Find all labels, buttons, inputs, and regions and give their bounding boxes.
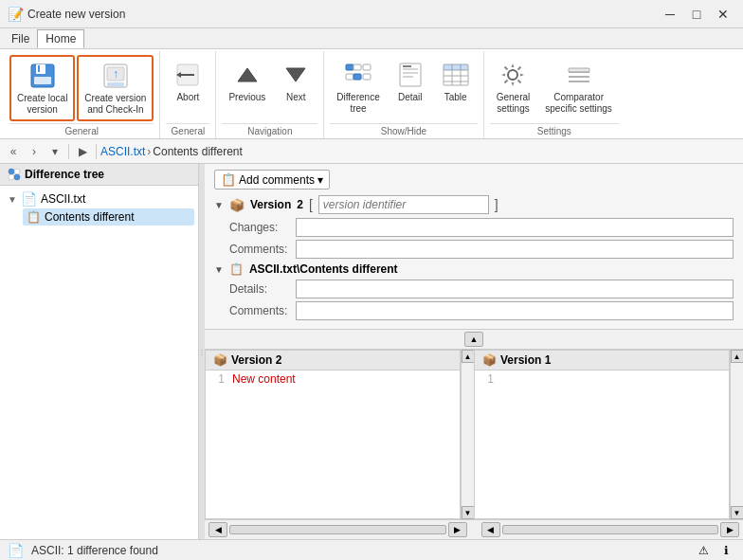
svg-point-36 <box>9 169 14 174</box>
changes-label: Changes: <box>229 221 296 234</box>
v2-hscroll-bar[interactable] <box>229 525 446 534</box>
window-title: Create new version <box>27 8 658 21</box>
version-icon: 📦 <box>229 198 245 212</box>
comparator-settings-button[interactable]: Comparatorspecific settings <box>538 55 619 119</box>
v2-linecontent-1: New content <box>232 372 456 388</box>
wrench-icon <box>564 60 594 90</box>
table-icon <box>441 60 471 90</box>
create-version-checkin-button[interactable]: ↑ Create versionand Check-In <box>77 55 154 121</box>
details-label: Details: <box>229 282 296 296</box>
v2-hscroll-right[interactable]: ▶ <box>448 522 467 537</box>
v1-content[interactable]: 1 <box>475 370 729 518</box>
nav-back-back-button[interactable]: « <box>4 142 23 161</box>
tree-item-root-label: ASCII.txt <box>41 192 85 206</box>
version-form: 📋 Add comments ▾ ▼ 📦 Version 2 [ ] Chang… <box>205 164 743 330</box>
close-button[interactable]: ✕ <box>711 5 735 24</box>
warning-button[interactable]: ⚠ <box>694 541 713 560</box>
nav-dropdown-button[interactable]: ▾ <box>45 142 64 161</box>
panel-header: Difference tree <box>0 164 198 186</box>
nav-up-button[interactable]: ▶ <box>73 142 92 161</box>
version-id-input[interactable] <box>318 195 489 214</box>
create-local-version-button[interactable]: Create localversion <box>9 55 75 121</box>
status-text: ASCII: 1 difference found <box>31 544 686 557</box>
v1-icon: 📦 <box>482 353 497 367</box>
v2-scroll-down[interactable]: ▼ <box>462 506 475 519</box>
difftree-button[interactable]: Differencetree <box>330 55 386 119</box>
add-comments-bar: 📋 Add comments ▾ <box>214 170 734 190</box>
version-toggle[interactable]: ▼ <box>214 200 224 210</box>
previous-button[interactable]: Previous <box>222 55 272 108</box>
diff-toggle[interactable]: ▼ <box>214 264 224 275</box>
abort-icon <box>172 60 203 90</box>
details-row: Details: <box>229 280 734 298</box>
general2-label: General <box>166 123 209 136</box>
right-panel: 📋 Add comments ▾ ▼ 📦 Version 2 [ ] Chang… <box>205 164 743 539</box>
general-settings-button[interactable]: Generalsettings <box>490 55 537 119</box>
svg-marker-11 <box>238 68 257 81</box>
ribbon-group-showhide: Differencetree Detail <box>324 51 483 138</box>
version-section-header: ▼ 📦 Version 2 [ ] <box>214 195 734 214</box>
version-number: 2 <box>297 198 303 211</box>
v2-label: Version 2 <box>231 353 281 367</box>
v1-scroll-up[interactable]: ▲ <box>731 350 744 363</box>
v1-line-1: 1 <box>479 372 725 388</box>
svg-point-38 <box>9 174 14 180</box>
changes-input[interactable] <box>296 218 734 237</box>
tree-header-icon <box>8 168 21 181</box>
add-comments-label: Add comments <box>239 173 315 187</box>
minimize-button[interactable]: ─ <box>658 5 682 24</box>
table-label: Table <box>444 92 467 103</box>
next-button[interactable]: Next <box>274 55 317 108</box>
compare-panel-v2: 📦 Version 2 1 New content <box>205 350 461 519</box>
diff-comments-input[interactable] <box>296 301 734 320</box>
table-button[interactable]: Table <box>434 55 478 108</box>
next-icon <box>281 60 311 90</box>
maximize-button[interactable]: □ <box>684 5 709 24</box>
ribbon-group-general2: Abort General <box>160 51 216 138</box>
details-input[interactable] <box>296 280 734 298</box>
v2-hscroll-left[interactable]: ◀ <box>208 522 227 537</box>
svg-rect-18 <box>363 74 371 80</box>
status-right: ⚠ ℹ <box>694 541 735 560</box>
info-button[interactable]: ℹ <box>716 541 735 560</box>
diff-path: ASCII.txt\Contents different <box>249 262 398 276</box>
menu-file[interactable]: File <box>4 30 37 47</box>
ribbon-group-general1: Create localversion ↑ Create versionand … <box>4 51 160 138</box>
svg-point-39 <box>14 174 20 180</box>
v1-hscroll-left[interactable]: ◀ <box>481 522 500 537</box>
breadcrumb-ascii[interactable]: ASCII.txt <box>100 145 145 158</box>
changes-row: Changes: <box>229 218 734 237</box>
version-comments-input[interactable] <box>296 240 734 259</box>
tree-item-root[interactable]: ▼ 📄 ASCII.txt <box>4 190 194 208</box>
svg-rect-16 <box>353 74 361 80</box>
scroll-up-button[interactable]: ▲ <box>464 332 483 347</box>
v1-scroll-down[interactable]: ▼ <box>731 506 744 519</box>
general-settings-label: Generalsettings <box>497 92 531 115</box>
navigation-label: Navigation <box>222 123 317 136</box>
save-icon <box>27 61 58 91</box>
tree-item-contents[interactable]: 📋 Contents different <box>23 208 194 226</box>
detail-button[interactable]: Detail <box>389 55 432 108</box>
showhide-label: Show/Hide <box>330 123 477 136</box>
diff-comments-label: Comments: <box>229 304 296 317</box>
tree-expand-arrow: ▼ <box>8 194 17 205</box>
version-comments-row: Comments: <box>229 240 734 259</box>
compare-panel-v1: 📦 Version 1 1 <box>474 350 730 519</box>
v2-content[interactable]: 1 New content <box>206 370 460 518</box>
general-label: General <box>9 123 154 136</box>
file-icon: 📄 <box>21 191 37 207</box>
comment-icon: 📋 <box>221 172 236 187</box>
nav-back-button[interactable]: › <box>25 142 44 161</box>
abort-button[interactable]: Abort <box>166 55 209 108</box>
menu-home[interactable]: Home <box>37 29 84 48</box>
checkin-icon: ↑ <box>100 61 131 91</box>
v1-hscroll-bar[interactable] <box>502 525 719 534</box>
v1-hscroll-right[interactable]: ▶ <box>720 522 739 537</box>
add-comments-button[interactable]: 📋 Add comments ▾ <box>214 170 330 190</box>
compare-panels: 📦 Version 2 1 New content ▲ ▼ <box>205 350 743 519</box>
create-local-label: Create localversion <box>17 93 67 116</box>
svg-rect-30 <box>444 64 468 70</box>
diff-icon: 📋 <box>229 262 244 276</box>
diff-comments-row: Comments: <box>229 301 734 320</box>
v2-scroll-up[interactable]: ▲ <box>462 350 475 363</box>
